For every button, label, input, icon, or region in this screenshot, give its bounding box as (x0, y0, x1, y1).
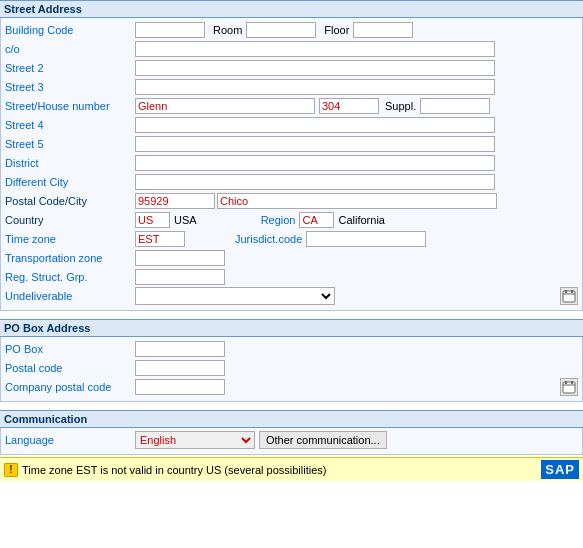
street-address-section: Street Address Building Code Room Floor … (0, 0, 583, 311)
district-input[interactable] (135, 155, 495, 171)
other-communication-button[interactable]: Other communication... (259, 431, 387, 449)
warning-icon: ! (4, 463, 18, 477)
different-city-input[interactable] (135, 174, 495, 190)
company-postal-row: Company postal code (5, 378, 578, 396)
co-row: c/o (5, 40, 578, 58)
co-label: c/o (5, 43, 135, 55)
country-label: Country (5, 214, 135, 226)
building-code-row: Building Code Room Floor (5, 21, 578, 39)
undeliverable-label: Undeliverable (5, 290, 135, 302)
suppl-label: Suppl. (385, 100, 416, 112)
building-code-label: Building Code (5, 24, 135, 36)
district-label: District (5, 157, 135, 169)
timezone-row: Time zone Jurisdict.code (5, 230, 578, 248)
language-label: Language (5, 434, 135, 446)
status-bar: ! Time zone EST is not valid in country … (0, 457, 583, 481)
sap-logo: SAP (541, 460, 579, 479)
company-postal-label: Company postal code (5, 381, 135, 393)
co-input[interactable] (135, 41, 495, 57)
region-name-display: California (338, 214, 384, 226)
communication-header: Communication (0, 410, 583, 428)
reg-struct-row: Reg. Struct. Grp. (5, 268, 578, 286)
street-address-form: Building Code Room Floor c/o Street 2 St… (0, 18, 583, 311)
transport-zone-row: Transportation zone (5, 249, 578, 267)
country-code-input[interactable] (135, 212, 170, 228)
street4-input[interactable] (135, 117, 495, 133)
street5-label: Street 5 (5, 138, 135, 150)
street4-label: Street 4 (5, 119, 135, 131)
transport-zone-input[interactable] (135, 250, 225, 266)
po-postal-row: Postal code (5, 359, 578, 377)
svg-rect-7 (571, 381, 573, 384)
po-box-row: PO Box (5, 340, 578, 358)
reg-struct-input[interactable] (135, 269, 225, 285)
street3-row: Street 3 (5, 78, 578, 96)
timezone-input[interactable] (135, 231, 185, 247)
status-message: Time zone EST is not valid in country US… (22, 464, 541, 476)
po-box-input[interactable] (135, 341, 225, 357)
street-address-header: Street Address (0, 0, 583, 18)
postal-city-row: Postal Code/City (5, 192, 578, 210)
language-select[interactable]: English (135, 431, 255, 449)
po-box-label: PO Box (5, 343, 135, 355)
street-house-input[interactable] (135, 98, 315, 114)
different-city-label: Different City (5, 176, 135, 188)
region-code-input[interactable] (299, 212, 334, 228)
reg-struct-label: Reg. Struct. Grp. (5, 271, 135, 283)
po-box-header: PO Box Address (0, 319, 583, 337)
svg-rect-0 (563, 291, 575, 302)
district-row: District (5, 154, 578, 172)
street3-input[interactable] (135, 79, 495, 95)
po-box-section: PO Box Address PO Box Postal code Compan… (0, 319, 583, 402)
street2-input[interactable] (135, 60, 495, 76)
country-name-display: USA (174, 214, 197, 226)
street-calendar-icon[interactable] (560, 287, 578, 305)
street2-label: Street 2 (5, 62, 135, 74)
transport-zone-label: Transportation zone (5, 252, 135, 264)
different-city-row: Different City (5, 173, 578, 191)
postal-code-input[interactable] (135, 193, 215, 209)
street-house-label: Street/House number (5, 100, 135, 112)
suppl-input[interactable] (420, 98, 490, 114)
svg-rect-4 (563, 382, 575, 393)
postal-city-label: Postal Code/City (5, 195, 135, 207)
jurisdict-code-input[interactable] (306, 231, 426, 247)
street3-label: Street 3 (5, 81, 135, 93)
floor-input[interactable] (353, 22, 413, 38)
street-house-row: Street/House number Suppl. (5, 97, 578, 115)
svg-rect-3 (571, 290, 573, 293)
company-postal-input[interactable] (135, 379, 225, 395)
city-input[interactable] (217, 193, 497, 209)
po-box-form: PO Box Postal code Company postal code (0, 337, 583, 402)
language-row: Language English Other communication... (5, 431, 578, 449)
street5-row: Street 5 (5, 135, 578, 153)
po-box-calendar-icon[interactable] (560, 378, 578, 396)
undeliverable-row: Undeliverable (5, 287, 578, 305)
street2-row: Street 2 (5, 59, 578, 77)
svg-rect-2 (565, 290, 567, 293)
house-number-input[interactable] (319, 98, 379, 114)
room-label: Room (213, 24, 242, 36)
communication-section: Communication Language English Other com… (0, 410, 583, 455)
room-input[interactable] (246, 22, 316, 38)
communication-form: Language English Other communication... (0, 428, 583, 455)
country-row: Country USA Region California (5, 211, 578, 229)
jurisdict-code-label: Jurisdict.code (235, 233, 302, 245)
floor-label: Floor (324, 24, 349, 36)
po-postal-label: Postal code (5, 362, 135, 374)
region-label-inline: Region (261, 214, 296, 226)
timezone-label: Time zone (5, 233, 135, 245)
street4-row: Street 4 (5, 116, 578, 134)
undeliverable-select[interactable] (135, 287, 335, 305)
po-postal-input[interactable] (135, 360, 225, 376)
street5-input[interactable] (135, 136, 495, 152)
building-code-input[interactable] (135, 22, 205, 38)
svg-rect-6 (565, 381, 567, 384)
